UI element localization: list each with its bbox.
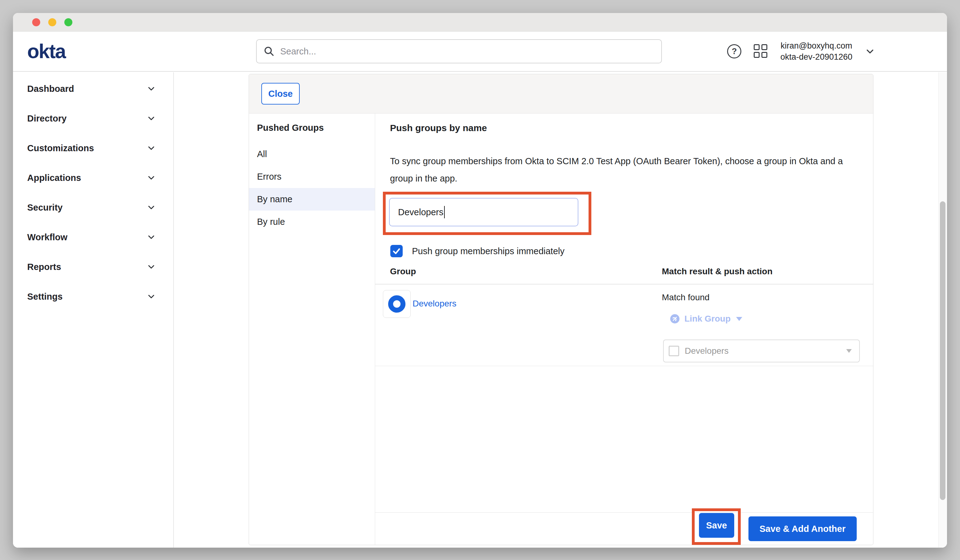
search-icon <box>264 46 275 57</box>
save-button[interactable]: Save <box>699 513 734 538</box>
sidebar-item-dashboard[interactable]: Dashboard <box>13 74 173 104</box>
dialog-content: Push groups by name To sync group member… <box>375 114 873 545</box>
link-group-label: Link Group <box>685 314 731 324</box>
main-content-area: Close Pushed Groups All Errors By name B… <box>174 72 947 548</box>
grid-square <box>762 44 767 50</box>
grid-square <box>754 44 760 50</box>
nav-item-all[interactable]: All <box>249 143 375 165</box>
zoom-window-button[interactable] <box>64 18 72 26</box>
window-titlebar <box>13 13 947 32</box>
dialog-header: Close <box>249 74 873 114</box>
push-groups-dialog: Close Pushed Groups All Errors By name B… <box>249 74 874 545</box>
close-button[interactable]: Close <box>261 83 300 104</box>
chevron-down-icon <box>147 292 156 301</box>
vertical-scrollbar-thumb[interactable] <box>940 201 946 500</box>
table-row: Developers Match found Link Group <box>375 285 873 366</box>
pushed-groups-title: Pushed Groups <box>257 123 375 133</box>
app-window: okta ? kiran@boxyhq.com okta-dev-2090126… <box>13 13 947 548</box>
sidebar-item-applications[interactable]: Applications <box>13 163 173 193</box>
close-window-button[interactable] <box>32 18 40 26</box>
nav-item-by-rule[interactable]: By rule <box>249 211 375 233</box>
page-title: Push groups by name <box>390 123 487 133</box>
okta-logo: okta <box>27 40 66 63</box>
group-circle-icon <box>388 295 405 313</box>
grid-square <box>754 52 760 58</box>
group-name-link[interactable]: Developers <box>413 299 456 309</box>
description-text: To sync group memberships from Okta to S… <box>390 152 851 187</box>
sidebar-item-directory[interactable]: Directory <box>13 104 173 133</box>
help-icon[interactable]: ? <box>727 44 741 58</box>
target-group-value: Developers <box>685 346 841 356</box>
sidebar-item-label: Directory <box>27 114 67 124</box>
account-menu[interactable]: kiran@boxyhq.com okta-dev-20901260 <box>780 40 852 62</box>
group-name-input-value: Developers <box>398 207 443 218</box>
minimize-window-button[interactable] <box>48 18 56 26</box>
chevron-down-icon <box>147 144 156 153</box>
sidebar-item-customizations[interactable]: Customizations <box>13 133 173 163</box>
sidebar-item-label: Dashboard <box>27 84 74 94</box>
sidebar-item-settings[interactable]: Settings <box>13 282 173 311</box>
sidebar-item-label: Reports <box>27 262 61 272</box>
link-icon <box>670 314 680 324</box>
chevron-down-icon <box>147 114 156 123</box>
grid-square <box>762 52 767 58</box>
account-chevron-down-icon[interactable] <box>865 46 875 57</box>
sidebar-item-reports[interactable]: Reports <box>13 252 173 282</box>
account-email: kiran@boxyhq.com <box>780 40 852 51</box>
chevron-down-icon <box>147 203 156 212</box>
sidebar-item-label: Security <box>27 203 62 213</box>
target-group-dropdown[interactable]: Developers <box>663 339 860 362</box>
dialog-footer: Save Save & Add Another <box>375 512 873 545</box>
account-org: okta-dev-20901260 <box>780 51 852 62</box>
save-add-another-button[interactable]: Save & Add Another <box>749 517 857 541</box>
chevron-down-icon <box>147 232 156 242</box>
link-group-caret-icon <box>736 317 742 321</box>
column-match-result: Match result & push action <box>662 267 773 277</box>
table-header: Group Match result & push action <box>375 264 873 285</box>
sidebar-item-label: Applications <box>27 173 81 183</box>
checkmark-icon <box>392 247 401 255</box>
chevron-down-icon <box>147 262 156 272</box>
link-group-action[interactable]: Link Group <box>670 314 742 324</box>
pushed-groups-nav: Pushed Groups All Errors By name By rule <box>249 114 375 545</box>
text-cursor <box>444 206 445 218</box>
chevron-down-icon <box>147 84 156 93</box>
global-search[interactable] <box>256 39 662 63</box>
column-group: Group <box>390 267 416 277</box>
chevron-down-icon <box>147 173 156 182</box>
app-switcher-icon[interactable] <box>754 44 768 58</box>
dropdown-caret-icon <box>846 349 852 353</box>
group-placeholder-icon <box>669 346 679 356</box>
group-name-input[interactable]: Developers <box>389 198 578 226</box>
sidebar-nav: Dashboard Directory Customizations Appli… <box>13 72 174 548</box>
nav-item-errors[interactable]: Errors <box>249 165 375 188</box>
sidebar-item-security[interactable]: Security <box>13 193 173 222</box>
sidebar-item-label: Settings <box>27 291 62 302</box>
push-immediately-row: Push group memberships immediately <box>390 245 565 257</box>
group-avatar-card <box>383 290 411 318</box>
nav-item-by-name[interactable]: By name <box>249 188 375 211</box>
annotation-highlight-save: Save <box>692 508 741 545</box>
sidebar-item-workflow[interactable]: Workflow <box>13 222 173 252</box>
push-immediately-label: Push group memberships immediately <box>412 246 565 256</box>
match-status-text: Match found <box>662 293 709 302</box>
annotation-highlight-input: Developers <box>383 192 591 235</box>
app-header: okta ? kiran@boxyhq.com okta-dev-2090126… <box>13 32 947 72</box>
header-right-cluster: ? kiran@boxyhq.com okta-dev-20901260 <box>727 32 875 71</box>
search-input[interactable] <box>280 46 620 57</box>
push-immediately-checkbox[interactable] <box>390 245 403 257</box>
sidebar-item-label: Workflow <box>27 232 67 242</box>
vertical-scrollbar-track[interactable] <box>938 72 947 548</box>
sidebar-item-label: Customizations <box>27 143 94 154</box>
